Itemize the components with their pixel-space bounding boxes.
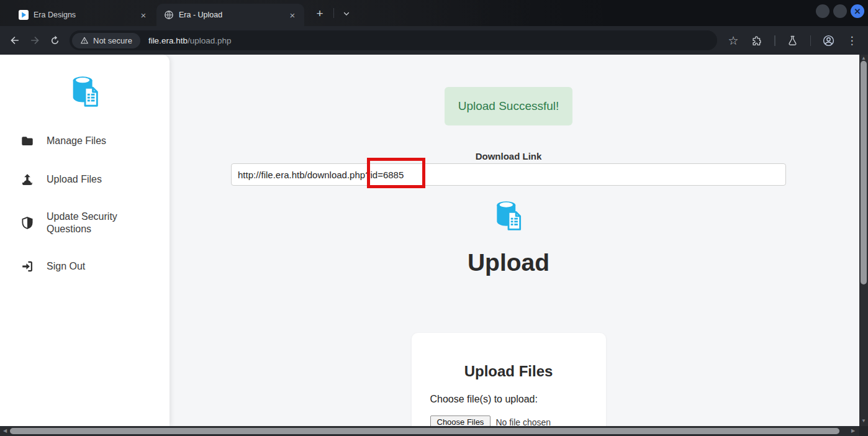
- download-link-input[interactable]: [231, 163, 786, 186]
- reload-button[interactable]: [45, 30, 65, 50]
- tab-search-chevron-icon[interactable]: [338, 6, 355, 22]
- warning-triangle-icon: [80, 36, 89, 45]
- labs-flask-icon[interactable]: [783, 30, 803, 50]
- new-tab-button[interactable]: +: [312, 6, 328, 22]
- page-title: Upload: [170, 249, 848, 276]
- security-chip-label: Not secure: [93, 36, 132, 45]
- download-link-label: Download Link: [170, 151, 848, 161]
- url-host: file.era.htb: [148, 36, 188, 45]
- menu-kebab-icon[interactable]: ⋮: [842, 30, 862, 50]
- tab-close-icon[interactable]: ×: [138, 9, 149, 20]
- url-path: /upload.php: [188, 36, 232, 45]
- url-text: file.era.htb/upload.php: [148, 36, 232, 45]
- window-controls: ✕: [816, 4, 864, 18]
- file-input-row: Choose Files No file chosen: [430, 416, 606, 426]
- profile-avatar-icon[interactable]: [818, 30, 838, 50]
- vertical-scrollbar[interactable]: ▲ ▼: [859, 55, 868, 426]
- era-file-database-logo: [491, 198, 526, 233]
- folder-icon: [20, 134, 34, 148]
- tab-close-icon[interactable]: ×: [287, 9, 298, 20]
- scrollbar-corner: [859, 426, 868, 436]
- forward-button[interactable]: [25, 30, 45, 50]
- era-file-database-logo: [67, 73, 103, 109]
- extensions-icon[interactable]: [747, 30, 767, 50]
- choose-files-prompt: Choose file(s) to upload:: [430, 394, 606, 405]
- sign-out-icon: [20, 260, 34, 273]
- sidebar-item-label: Update Security Questions: [47, 211, 130, 235]
- tab-title: Era - Upload: [179, 11, 282, 19]
- sidebar: Manage Files Upload Files: [0, 55, 170, 426]
- sidebar-item-update-security-questions[interactable]: Update Security Questions: [0, 211, 170, 235]
- sidebar-item-label: Manage Files: [47, 135, 106, 147]
- choose-files-button[interactable]: Choose Files: [430, 416, 491, 426]
- scroll-down-arrow-icon[interactable]: ▼: [859, 418, 868, 424]
- toolbar-actions: ☆ ⋮: [723, 30, 862, 50]
- sidebar-item-upload-files[interactable]: Upload Files: [0, 172, 170, 187]
- page-viewport: Manage Files Upload Files: [0, 55, 859, 426]
- sidebar-item-sign-out[interactable]: Sign Out: [0, 259, 170, 274]
- tab-title: Era Designs: [34, 11, 133, 19]
- annotation-highlight-box: [367, 158, 425, 188]
- sidebar-item-label: Upload Files: [47, 173, 102, 186]
- upload-files-card: Upload Files Choose file(s) to upload: C…: [412, 333, 606, 426]
- browser-window: Era Designs × Era - Upload × + ✕: [0, 0, 868, 436]
- scroll-left-arrow-icon[interactable]: ◀: [1, 426, 9, 436]
- address-bar[interactable]: Not secure file.era.htb/upload.php: [70, 30, 717, 50]
- upload-success-banner: Upload Successful!: [445, 87, 573, 125]
- toolbar-divider: [810, 35, 811, 46]
- back-button[interactable]: [5, 30, 25, 50]
- bookmark-star-icon[interactable]: ☆: [723, 30, 743, 50]
- tab-era-upload[interactable]: Era - Upload ×: [156, 4, 304, 26]
- browser-toolbar: Not secure file.era.htb/upload.php ☆: [0, 26, 868, 55]
- tab-era-designs[interactable]: Era Designs ×: [11, 4, 155, 26]
- tab-strip-divider: [333, 8, 334, 18]
- close-window-button[interactable]: ✕: [851, 4, 864, 18]
- sidebar-nav: Manage Files Upload Files: [0, 134, 170, 274]
- minimize-button[interactable]: [816, 4, 830, 18]
- card-title: Upload Files: [412, 363, 606, 380]
- upload-icon: [20, 173, 34, 186]
- horizontal-scrollbar-thumb[interactable]: [10, 428, 839, 434]
- scroll-right-arrow-icon[interactable]: ▶: [849, 426, 857, 436]
- tab-bar: Era Designs × Era - Upload × + ✕: [0, 0, 868, 26]
- globe-icon: [164, 10, 174, 20]
- main-content: Upload Successful! Download Link Upload …: [170, 55, 848, 426]
- file-chosen-status: No file chosen: [495, 417, 551, 427]
- shield-icon: [20, 216, 34, 230]
- security-chip[interactable]: Not secure: [72, 33, 140, 48]
- era-designs-favicon-play-icon: [19, 10, 29, 20]
- toolbar-divider: [774, 35, 775, 46]
- vertical-scrollbar-thumb[interactable]: [861, 61, 867, 284]
- horizontal-scrollbar[interactable]: ◀ ▶: [0, 426, 859, 436]
- sidebar-item-label: Sign Out: [47, 260, 85, 273]
- maximize-button[interactable]: [833, 4, 847, 18]
- sidebar-item-manage-files[interactable]: Manage Files: [0, 134, 170, 148]
